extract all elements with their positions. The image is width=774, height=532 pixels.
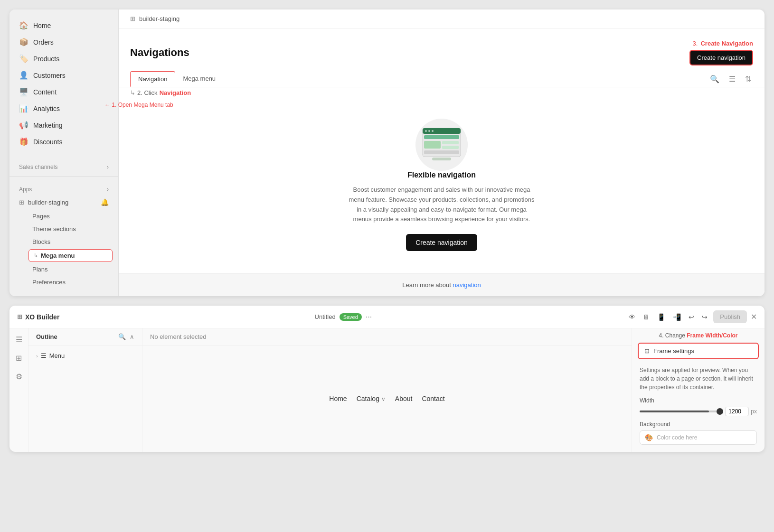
svg-rect-9 (424, 150, 459, 154)
discounts-icon: 🎁 (19, 137, 28, 146)
sidebar-sub-plans[interactable]: Plans (9, 263, 118, 276)
create-navigation-button-center[interactable]: Create navigation (406, 234, 477, 251)
width-label: Width (640, 397, 757, 404)
background-setting-row: Background 🎨 Color code here (632, 419, 765, 447)
close-button[interactable]: ✕ (751, 312, 757, 321)
width-setting-row: Width px (632, 394, 765, 419)
nav-catalog: Catalog ∨ (357, 395, 386, 402)
sidebar-item-orders[interactable]: 📦 Orders (9, 34, 118, 50)
slider-thumb[interactable] (717, 408, 723, 415)
customers-icon: 👤 (19, 71, 28, 80)
eye-icon-btn[interactable]: 👁 (627, 311, 637, 323)
sidebar-item-content[interactable]: 🖥️ Content (9, 84, 118, 100)
sidebar-item-customers[interactable]: 👤 Customers (9, 67, 118, 84)
bottom-topbar-center: Untitled Saved ··· (315, 313, 372, 321)
sidebar-item-products[interactable]: 🏷️ Products (9, 50, 118, 67)
collapse-btn[interactable]: ∧ (130, 333, 134, 340)
mobile-icon-btn[interactable]: 📲 (671, 311, 683, 323)
breadcrumb-icon: ⊞ (130, 15, 135, 22)
saved-badge: Saved (340, 313, 362, 321)
svg-point-4 (432, 130, 434, 132)
main-topbar: ⊞ builder-staging (119, 9, 765, 28)
bottom-sidebar-tree-panel: Outline 🔍 ∧ › ☰ Menu (28, 328, 142, 452)
more-options-button[interactable]: ··· (366, 313, 372, 321)
sidebar-sub-blocks[interactable]: Blocks (9, 235, 118, 248)
tabs-bar: Navigation Mega menu 🔍 ☰ ⇅ (119, 65, 765, 87)
background-label: Background (640, 421, 757, 428)
sidebar-item-discounts[interactable]: 🎁 Discounts (9, 133, 118, 150)
svg-point-2 (425, 130, 427, 132)
menu-icon-tree: ☰ (41, 352, 47, 359)
width-value-input[interactable] (725, 407, 749, 416)
desktop-icon-btn[interactable]: 🖥 (641, 311, 651, 323)
bottom-sidebar-header: Outline 🔍 ∧ (28, 328, 142, 345)
sales-channels-chevron: › (107, 164, 109, 170)
app-builder-staging[interactable]: ⊞ builder-staging 🔔 (9, 195, 118, 210)
search-outline-btn[interactable]: 🔍 (118, 333, 126, 340)
sales-channels-section[interactable]: Sales channels › (9, 158, 118, 172)
nav-about: About (395, 395, 413, 402)
width-slider[interactable]: px (640, 407, 757, 416)
bottom-right-panel: 4. Change Frame Width/Color ⊡ Frame sett… (632, 328, 765, 452)
tablet-icon-btn[interactable]: 📱 (655, 311, 667, 323)
frame-settings-button[interactable]: ⊡ Frame settings (638, 343, 759, 359)
bottom-content: ☰ ⊞ ⚙ Outline 🔍 ∧ › ☰ Menu (9, 328, 765, 452)
sidebar-item-marketing[interactable]: 📢 Marketing (9, 117, 118, 133)
components-icon-btn[interactable]: ⊞ (13, 351, 25, 365)
xo-builder-icon: ⊞ (17, 313, 22, 320)
analytics-icon: 📊 (19, 104, 28, 113)
bottom-topbar: ⊞ XO Builder Untitled Saved ··· 👁 🖥 📱 📲 … (9, 306, 765, 328)
search-icon-btn[interactable]: 🔍 (708, 73, 721, 85)
color-wheel-icon: 🎨 (645, 434, 653, 441)
sidebar: 🏠 Home 📦 Orders 🏷️ Products 👤 Customers … (9, 9, 119, 296)
tab-navigation[interactable]: Navigation (130, 71, 175, 87)
nav-illustration-svg (420, 126, 463, 164)
svg-rect-7 (442, 141, 459, 144)
create-navigation-button-top[interactable]: Create navigation (689, 50, 753, 65)
empty-state-title: Flexible navigation (407, 171, 476, 179)
orders-icon: 📦 (19, 37, 28, 47)
bottom-main-area: No element selected Home Catalog ∨ About… (142, 328, 632, 452)
svg-point-3 (428, 130, 430, 132)
nav-home: Home (329, 395, 347, 402)
bottom-sidebar-icons: 🔍 ∧ (118, 333, 134, 340)
bottom-topbar-right: 👁 🖥 📱 📲 ↩ ↪ Publish ✕ (627, 310, 757, 323)
redo-icon-btn[interactable]: ↪ (700, 311, 709, 323)
outline-icon-btn[interactable]: ☰ (13, 332, 25, 347)
apps-section[interactable]: Apps › (9, 180, 118, 195)
home-icon: 🏠 (19, 21, 28, 30)
sidebar-item-home[interactable]: 🏠 Home (9, 17, 118, 34)
bottom-app-title: ⊞ XO Builder (17, 313, 59, 321)
bottom-sidebar-icons-col: ☰ ⊞ ⚙ (9, 328, 28, 452)
sidebar-sub-mega-menu[interactable]: ↳ Mega menu (28, 249, 113, 262)
top-panel: 🏠 Home 📦 Orders 🏷️ Products 👤 Customers … (9, 9, 765, 296)
sidebar-divider-2 (9, 176, 118, 177)
publish-button[interactable]: Publish (713, 310, 747, 323)
outline-label: Outline (36, 333, 57, 340)
navigation-link[interactable]: navigation (453, 281, 481, 289)
settings-icon-btn[interactable]: ⚙ (13, 369, 25, 384)
outline-tree: › ☰ Menu (28, 345, 142, 452)
tabs-right: 🔍 ☰ ⇅ (708, 73, 753, 85)
sidebar-item-analytics[interactable]: 📊 Analytics (9, 100, 118, 117)
doc-title: Untitled (315, 313, 336, 320)
toolbar-icons: 👁 🖥 📱 📲 ↩ ↪ (627, 311, 709, 323)
tree-chevron-icon: › (36, 353, 38, 359)
sidebar-divider-1 (9, 154, 118, 154)
color-input[interactable]: 🎨 Color code here (640, 430, 757, 445)
sidebar-sub-pages[interactable]: Pages (9, 210, 118, 223)
tabs-left: Navigation Mega menu (130, 71, 223, 87)
tree-item-menu[interactable]: › ☰ Menu (36, 349, 134, 362)
sidebar-sub-theme-sections[interactable]: Theme sections (9, 223, 118, 235)
empty-illustration (415, 119, 468, 171)
sort-icon-btn[interactable]: ⇅ (743, 73, 753, 85)
main-footer: Learn more about navigation (119, 273, 765, 296)
slider-fill (640, 411, 709, 412)
filter-icon-btn[interactable]: ☰ (727, 73, 737, 85)
marketing-icon: 📢 (19, 121, 28, 130)
undo-icon-btn[interactable]: ↩ (687, 311, 696, 323)
sidebar-sub-preferences[interactable]: Preferences (9, 276, 118, 289)
step2-annotation: ↳ 2. Click Navigation (119, 87, 765, 96)
tab-mega-menu[interactable]: Mega menu (175, 71, 223, 87)
color-placeholder-text: Color code here (657, 434, 697, 441)
